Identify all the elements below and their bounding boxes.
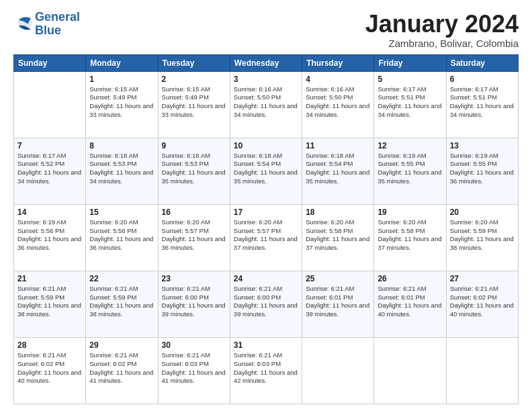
calendar-week-3: 21Sunrise: 6:21 AM Sunset: 5:59 PM Dayli… [14, 271, 519, 337]
day-number: 17 [234, 208, 298, 217]
table-row: 17Sunrise: 6:20 AM Sunset: 5:57 PM Dayli… [230, 204, 302, 271]
day-number: 20 [450, 208, 515, 217]
day-number: 27 [450, 274, 515, 283]
cell-details: Sunrise: 6:21 AM Sunset: 6:02 PM Dayligh… [17, 351, 82, 385]
day-number: 8 [89, 141, 154, 150]
table-row: 14Sunrise: 6:19 AM Sunset: 5:56 PM Dayli… [14, 204, 86, 271]
day-number: 11 [306, 141, 370, 150]
logo: General Blue [13, 11, 80, 38]
table-row: 29Sunrise: 6:21 AM Sunset: 6:02 PM Dayli… [86, 337, 158, 404]
day-number: 24 [234, 274, 298, 283]
table-row: 1Sunrise: 6:15 AM Sunset: 5:49 PM Daylig… [86, 71, 158, 138]
day-number: 2 [162, 75, 226, 84]
cell-details: Sunrise: 6:21 AM Sunset: 6:01 PM Dayligh… [378, 285, 442, 319]
cell-details: Sunrise: 6:21 AM Sunset: 6:03 PM Dayligh… [234, 351, 298, 385]
cell-details: Sunrise: 6:21 AM Sunset: 6:00 PM Dayligh… [162, 285, 226, 319]
table-row: 30Sunrise: 6:21 AM Sunset: 6:03 PM Dayli… [158, 337, 230, 404]
table-row: 26Sunrise: 6:21 AM Sunset: 6:01 PM Dayli… [374, 271, 446, 337]
day-number: 1 [89, 75, 154, 84]
day-number: 4 [306, 75, 370, 84]
day-number: 31 [234, 340, 298, 350]
col-friday: Friday [374, 54, 446, 71]
col-tuesday: Tuesday [158, 54, 230, 71]
day-number: 21 [17, 274, 82, 283]
calendar-week-4: 28Sunrise: 6:21 AM Sunset: 6:02 PM Dayli… [14, 337, 519, 404]
day-number: 29 [89, 340, 154, 350]
subtitle: Zambrano, Bolivar, Colombia [365, 38, 519, 49]
cell-details: Sunrise: 6:21 AM Sunset: 6:02 PM Dayligh… [89, 351, 154, 385]
table-row: 27Sunrise: 6:21 AM Sunset: 6:02 PM Dayli… [446, 271, 518, 337]
cell-details: Sunrise: 6:15 AM Sunset: 5:49 PM Dayligh… [89, 85, 154, 120]
cell-details: Sunrise: 6:17 AM Sunset: 5:52 PM Dayligh… [17, 152, 82, 186]
table-row [302, 337, 374, 404]
table-row: 25Sunrise: 6:21 AM Sunset: 6:01 PM Dayli… [302, 271, 374, 337]
calendar-week-0: 1Sunrise: 6:15 AM Sunset: 5:49 PM Daylig… [14, 71, 519, 138]
table-row: 3Sunrise: 6:16 AM Sunset: 5:50 PM Daylig… [230, 71, 302, 138]
cell-details: Sunrise: 6:21 AM Sunset: 6:02 PM Dayligh… [450, 285, 515, 319]
table-row: 8Sunrise: 6:18 AM Sunset: 5:53 PM Daylig… [86, 138, 158, 204]
calendar-table: Sunday Monday Tuesday Wednesday Thursday… [13, 54, 519, 404]
col-wednesday: Wednesday [230, 54, 302, 71]
day-number: 23 [162, 274, 226, 283]
day-number: 9 [162, 141, 226, 150]
col-sunday: Sunday [14, 54, 86, 71]
table-row: 6Sunrise: 6:17 AM Sunset: 5:51 PM Daylig… [446, 71, 518, 138]
table-row: 12Sunrise: 6:19 AM Sunset: 5:55 PM Dayli… [374, 138, 446, 204]
table-row: 5Sunrise: 6:17 AM Sunset: 5:51 PM Daylig… [374, 71, 446, 138]
page: General Blue January 2024 Zambrano, Boli… [0, 0, 532, 411]
cell-details: Sunrise: 6:21 AM Sunset: 6:03 PM Dayligh… [162, 351, 226, 385]
logo-icon [15, 13, 34, 32]
day-number: 28 [17, 340, 82, 350]
header-row: Sunday Monday Tuesday Wednesday Thursday… [14, 54, 519, 71]
col-thursday: Thursday [302, 54, 374, 71]
cell-details: Sunrise: 6:21 AM Sunset: 5:59 PM Dayligh… [17, 285, 82, 319]
table-row: 2Sunrise: 6:15 AM Sunset: 5:49 PM Daylig… [158, 71, 230, 138]
day-number: 26 [378, 274, 442, 283]
day-number: 13 [450, 141, 515, 150]
cell-details: Sunrise: 6:15 AM Sunset: 5:49 PM Dayligh… [162, 85, 226, 120]
header: General Blue January 2024 Zambrano, Boli… [13, 11, 519, 49]
table-row: 16Sunrise: 6:20 AM Sunset: 5:57 PM Dayli… [158, 204, 230, 271]
cell-details: Sunrise: 6:18 AM Sunset: 5:53 PM Dayligh… [162, 152, 226, 186]
table-row: 21Sunrise: 6:21 AM Sunset: 5:59 PM Dayli… [14, 271, 86, 337]
cell-details: Sunrise: 6:17 AM Sunset: 5:51 PM Dayligh… [378, 85, 442, 120]
table-row: 4Sunrise: 6:16 AM Sunset: 5:50 PM Daylig… [302, 71, 374, 138]
cell-details: Sunrise: 6:18 AM Sunset: 5:53 PM Dayligh… [89, 152, 154, 186]
cell-details: Sunrise: 6:21 AM Sunset: 5:59 PM Dayligh… [89, 285, 154, 319]
cell-details: Sunrise: 6:20 AM Sunset: 5:58 PM Dayligh… [378, 218, 442, 253]
table-row: 11Sunrise: 6:18 AM Sunset: 5:54 PM Dayli… [302, 138, 374, 204]
cell-details: Sunrise: 6:20 AM Sunset: 5:58 PM Dayligh… [306, 218, 370, 253]
table-row: 13Sunrise: 6:19 AM Sunset: 5:55 PM Dayli… [446, 138, 518, 204]
cell-details: Sunrise: 6:20 AM Sunset: 5:57 PM Dayligh… [162, 218, 226, 253]
day-number: 7 [17, 141, 82, 150]
col-saturday: Saturday [446, 54, 518, 71]
cell-details: Sunrise: 6:20 AM Sunset: 5:56 PM Dayligh… [89, 218, 154, 253]
table-row: 10Sunrise: 6:18 AM Sunset: 5:54 PM Dayli… [230, 138, 302, 204]
table-row: 23Sunrise: 6:21 AM Sunset: 6:00 PM Dayli… [158, 271, 230, 337]
title-block: January 2024 Zambrano, Bolivar, Colombia [365, 11, 519, 49]
table-row: 19Sunrise: 6:20 AM Sunset: 5:58 PM Dayli… [374, 204, 446, 271]
day-number: 18 [306, 208, 370, 217]
cell-details: Sunrise: 6:18 AM Sunset: 5:54 PM Dayligh… [234, 152, 298, 186]
day-number: 22 [89, 274, 154, 283]
calendar-week-2: 14Sunrise: 6:19 AM Sunset: 5:56 PM Dayli… [14, 204, 519, 271]
day-number: 19 [378, 208, 442, 217]
day-number: 16 [162, 208, 226, 217]
table-row: 31Sunrise: 6:21 AM Sunset: 6:03 PM Dayli… [230, 337, 302, 404]
cell-details: Sunrise: 6:21 AM Sunset: 6:01 PM Dayligh… [306, 285, 370, 319]
cell-details: Sunrise: 6:19 AM Sunset: 5:55 PM Dayligh… [450, 152, 515, 186]
table-row [14, 71, 86, 138]
col-monday: Monday [86, 54, 158, 71]
cell-details: Sunrise: 6:18 AM Sunset: 5:54 PM Dayligh… [306, 152, 370, 186]
table-row: 20Sunrise: 6:20 AM Sunset: 5:59 PM Dayli… [446, 204, 518, 271]
day-number: 30 [162, 340, 226, 350]
calendar-week-1: 7Sunrise: 6:17 AM Sunset: 5:52 PM Daylig… [14, 138, 519, 204]
day-number: 15 [89, 208, 154, 217]
table-row: 15Sunrise: 6:20 AM Sunset: 5:56 PM Dayli… [86, 204, 158, 271]
month-title: January 2024 [365, 11, 519, 38]
cell-details: Sunrise: 6:20 AM Sunset: 5:57 PM Dayligh… [234, 218, 298, 253]
day-number: 14 [17, 208, 82, 217]
table-row: 7Sunrise: 6:17 AM Sunset: 5:52 PM Daylig… [14, 138, 86, 204]
day-number: 12 [378, 141, 442, 150]
logo-text: General Blue [35, 11, 80, 38]
